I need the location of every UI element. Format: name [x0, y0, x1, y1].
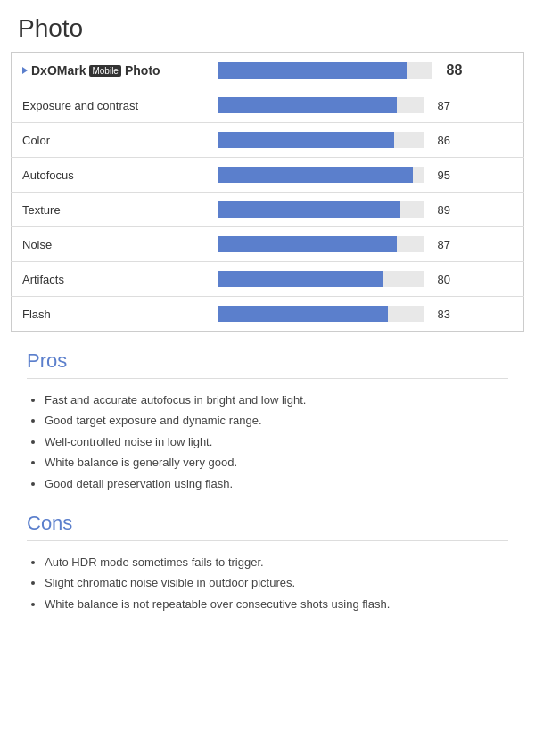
- header-label: DxOMark Mobile Photo: [22, 63, 197, 78]
- bar-fill: [218, 271, 383, 287]
- row-bar-cell: 89: [208, 193, 524, 227]
- list-item: White balance is not repeatable over con…: [45, 594, 508, 614]
- header-bar-container: 88: [218, 62, 514, 79]
- cons-heading: Cons: [27, 512, 508, 541]
- brand-mobile: Mobile: [89, 65, 120, 77]
- list-item: Auto HDR mode sometimes fails to trigger…: [45, 552, 508, 572]
- page-title: Photo: [0, 0, 535, 52]
- score-table-body: Exposure and contrast87Color86Autofocus9…: [12, 88, 524, 332]
- bar-container: 83: [218, 306, 514, 322]
- table-row: Noise87: [12, 227, 524, 262]
- list-item: White balance is generally very good.: [45, 452, 508, 472]
- row-label: Texture: [12, 193, 208, 227]
- header-bar-track: [218, 62, 432, 79]
- list-item: Well-controlled noise in low light.: [45, 431, 508, 452]
- score-table: DxOMark Mobile Photo 88 Exposure and con…: [11, 52, 524, 332]
- row-score: 80: [438, 273, 450, 286]
- row-label: Artifacts: [12, 262, 208, 297]
- header-bar-cell: 88: [208, 53, 524, 89]
- row-label: Noise: [12, 227, 208, 262]
- bar-track: [218, 97, 424, 113]
- table-row: Texture89: [12, 193, 524, 227]
- bar-track: [218, 167, 424, 183]
- bar-track: [218, 236, 424, 252]
- table-row: Exposure and contrast87: [12, 88, 524, 123]
- row-bar-cell: 87: [208, 227, 524, 262]
- row-bar-cell: 87: [208, 88, 524, 123]
- list-item: Good target exposure and dynamic range.: [45, 410, 508, 431]
- bar-fill: [218, 306, 389, 322]
- row-score: 87: [438, 238, 450, 251]
- table-row: Flash83: [12, 297, 524, 332]
- bar-container: 87: [218, 97, 514, 113]
- list-item: Fast and accurate autofocus in bright an…: [45, 390, 508, 410]
- row-label: Flash: [12, 297, 208, 332]
- bar-fill: [218, 201, 401, 218]
- row-score: 86: [438, 134, 450, 147]
- triangle-icon: [22, 67, 28, 74]
- row-bar-cell: 86: [208, 123, 524, 158]
- header-label-cell: DxOMark Mobile Photo: [12, 53, 208, 89]
- list-item: Slight chromatic noise visible in outdoo…: [45, 572, 508, 593]
- score-table-header: DxOMark Mobile Photo 88: [12, 53, 524, 89]
- table-row: Color86: [12, 123, 524, 158]
- bar-container: 86: [218, 132, 514, 148]
- table-row: Autofocus95: [12, 158, 524, 193]
- row-score: 83: [438, 308, 450, 321]
- list-item: Good detail preservation using flash.: [45, 473, 508, 494]
- bar-fill: [218, 132, 395, 148]
- table-row: Artifacts80: [12, 262, 524, 297]
- header-score: 88: [447, 62, 463, 78]
- pros-heading: Pros: [27, 349, 508, 379]
- pros-cons-section: Pros Fast and accurate autofocus in brig…: [0, 332, 535, 650]
- bar-fill: [218, 167, 414, 183]
- bar-track: [218, 271, 424, 287]
- row-bar-cell: 95: [208, 158, 524, 193]
- bar-track: [218, 201, 424, 218]
- cons-section: Cons Auto HDR mode sometimes fails to tr…: [27, 512, 508, 614]
- bar-container: 89: [218, 201, 514, 218]
- row-label: Exposure and contrast: [12, 88, 208, 123]
- brand-photo: Photo: [125, 63, 160, 78]
- cons-list: Auto HDR mode sometimes fails to trigger…: [27, 552, 508, 614]
- bar-fill: [218, 236, 397, 252]
- bar-fill: [218, 97, 397, 113]
- row-label: Color: [12, 123, 208, 158]
- row-score: 89: [438, 203, 450, 217]
- row-bar-cell: 83: [208, 297, 524, 332]
- bar-track: [218, 306, 424, 322]
- row-label: Autofocus: [12, 158, 208, 193]
- bar-container: 95: [218, 167, 514, 183]
- row-score: 87: [438, 99, 450, 112]
- bar-container: 87: [218, 236, 514, 252]
- header-bar-fill: [218, 62, 407, 79]
- row-score: 95: [438, 168, 450, 182]
- bar-track: [218, 132, 424, 148]
- brand-dxo: DxOMark: [31, 63, 86, 78]
- pros-list: Fast and accurate autofocus in bright an…: [27, 390, 508, 494]
- row-bar-cell: 80: [208, 262, 524, 297]
- bar-container: 80: [218, 271, 514, 287]
